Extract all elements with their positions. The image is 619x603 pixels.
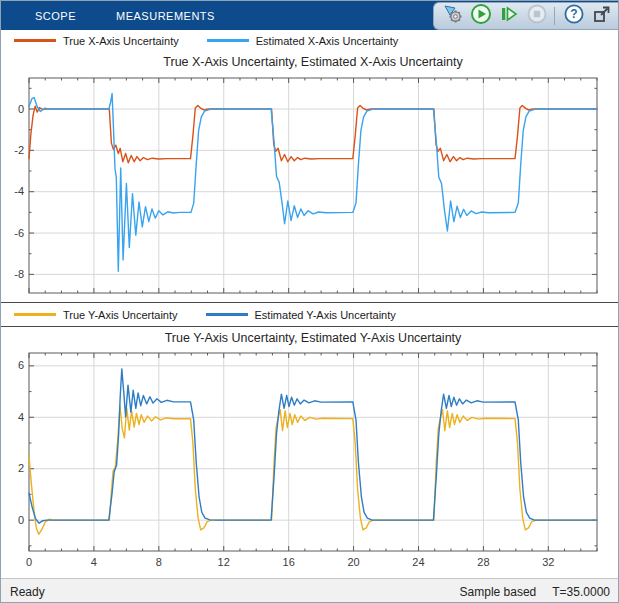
- stop-icon: [526, 3, 548, 29]
- y-uncertainty-plot: True Y-Axis Uncertainty, Estimated Y-Axi…: [1, 327, 618, 578]
- svg-text:-8: -8: [14, 268, 24, 280]
- run-icon: [470, 3, 492, 29]
- step-forward-icon: [498, 3, 520, 29]
- x-uncertainty-chart[interactable]: 0-2-4-6-8: [1, 51, 619, 302]
- svg-text:12: 12: [218, 556, 230, 568]
- svg-text:32: 32: [542, 556, 554, 568]
- svg-text:4: 4: [91, 556, 97, 568]
- status-sample-mode: Sample based: [460, 585, 537, 599]
- legend-line-sample: [207, 39, 249, 42]
- tab-measurements[interactable]: MEASUREMENTS: [116, 10, 215, 22]
- status-bar: Ready Sample based T=35.0000: [1, 578, 618, 603]
- svg-text:-4: -4: [14, 185, 24, 197]
- legend-label: Estimated X-Axis Uncertainty: [256, 35, 398, 47]
- y-uncertainty-chart[interactable]: 6420048121620242832: [1, 327, 619, 578]
- status-ready: Ready: [10, 585, 460, 599]
- legend-label: Estimated Y-Axis Uncertainty: [255, 309, 396, 321]
- svg-text:?: ?: [570, 7, 577, 21]
- legend-y-uncertainty: True Y-Axis Uncertainty Estimated Y-Axis…: [1, 302, 618, 327]
- run-button[interactable]: [468, 4, 494, 28]
- toolbar-quick-actions: ?: [433, 2, 618, 30]
- svg-text:0: 0: [18, 103, 24, 115]
- legend-item-estimated-x[interactable]: Estimated X-Axis Uncertainty: [207, 35, 398, 47]
- popout-button[interactable]: [589, 4, 615, 28]
- legend-label: True Y-Axis Uncertainty: [63, 309, 178, 321]
- svg-text:28: 28: [477, 556, 489, 568]
- help-icon: ?: [563, 3, 585, 29]
- scope-settings-icon: [442, 3, 464, 29]
- svg-text:20: 20: [347, 556, 359, 568]
- svg-text:0: 0: [18, 514, 24, 526]
- stop-button[interactable]: [524, 4, 550, 28]
- x-uncertainty-plot-title: True X-Axis Uncertainty, Estimated X-Axi…: [29, 55, 597, 69]
- legend-line-sample: [206, 313, 248, 316]
- y-uncertainty-plot-title: True Y-Axis Uncertainty, Estimated Y-Axi…: [29, 331, 597, 345]
- legend-line-sample: [14, 39, 56, 42]
- svg-text:24: 24: [412, 556, 424, 568]
- svg-text:2: 2: [18, 462, 24, 474]
- svg-text:4: 4: [18, 411, 24, 423]
- svg-text:8: 8: [156, 556, 162, 568]
- scope-settings-button[interactable]: [440, 4, 466, 28]
- x-uncertainty-plot: True X-Axis Uncertainty, Estimated X-Axi…: [1, 51, 618, 302]
- legend-line-sample: [14, 313, 56, 316]
- legend-item-true-y[interactable]: True Y-Axis Uncertainty: [14, 309, 178, 321]
- legend-item-true-x[interactable]: True X-Axis Uncertainty: [14, 35, 179, 47]
- legend-label: True X-Axis Uncertainty: [63, 35, 179, 47]
- legend-item-estimated-y[interactable]: Estimated Y-Axis Uncertainty: [206, 309, 396, 321]
- svg-text:16: 16: [283, 556, 295, 568]
- step-forward-button[interactable]: [496, 4, 522, 28]
- toolbar-separator: [554, 7, 555, 25]
- pop-out-icon: [592, 4, 612, 28]
- legend-x-uncertainty: True X-Axis Uncertainty Estimated X-Axis…: [1, 30, 618, 52]
- svg-text:0: 0: [26, 556, 32, 568]
- help-button[interactable]: ?: [561, 4, 587, 28]
- toolstrip: SCOPE MEASUREMENTS: [1, 1, 618, 30]
- status-sim-time: T=35.0000: [552, 585, 610, 599]
- svg-text:-6: -6: [14, 227, 24, 239]
- svg-text:-2: -2: [14, 144, 24, 156]
- scope-window: SCOPE MEASUREMENTS: [0, 0, 619, 603]
- svg-text:6: 6: [18, 359, 24, 371]
- tab-scope[interactable]: SCOPE: [35, 10, 76, 22]
